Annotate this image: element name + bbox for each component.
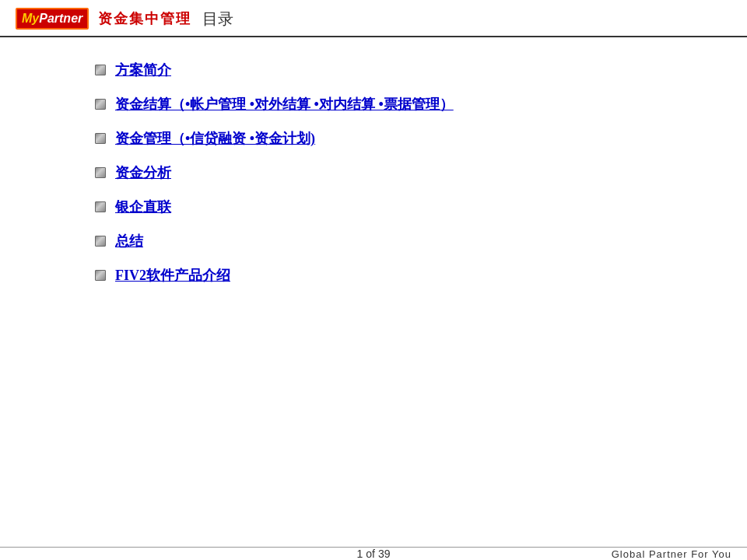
bullet-square-2 bbox=[95, 99, 106, 110]
bullet-square-4 bbox=[95, 167, 106, 178]
logo-text: MyPartner bbox=[22, 12, 82, 26]
bullet-square-6 bbox=[95, 236, 106, 247]
main-content: 方案简介资金结算（•帐户管理 •对外结算 •对内结算 •票据管理）资金管理（•信… bbox=[0, 37, 747, 316]
menu-link-4[interactable]: 资金分析 bbox=[115, 163, 171, 182]
menu-item-2: 资金结算（•帐户管理 •对外结算 •对内结算 •票据管理） bbox=[93, 95, 731, 114]
bullet-icon-5 bbox=[93, 200, 107, 214]
logo-partner: Partner bbox=[39, 12, 82, 25]
logo-my: My bbox=[22, 12, 39, 25]
menu-item-3: 资金管理（•信贷融资 •资金计划) bbox=[93, 129, 731, 148]
menu-item-6: 总结 bbox=[93, 232, 731, 250]
bullet-icon-2 bbox=[93, 97, 107, 111]
menu-item-4: 资金分析 bbox=[93, 163, 731, 182]
menu-link-5[interactable]: 银企直联 bbox=[115, 198, 171, 216]
bullet-icon-7 bbox=[93, 268, 107, 282]
logo: MyPartner bbox=[16, 8, 89, 30]
bullet-square-7 bbox=[95, 270, 106, 281]
footer: 1 of 39 Global Partner For You bbox=[0, 547, 747, 560]
menu-item-7: FIV2软件产品介绍 bbox=[93, 266, 731, 285]
bullet-square-1 bbox=[95, 65, 106, 75]
footer-brand: Global Partner For You bbox=[612, 548, 731, 560]
bullet-icon-6 bbox=[93, 234, 107, 248]
page-info: 1 of 39 bbox=[357, 548, 391, 560]
bullet-icon-1 bbox=[93, 63, 107, 77]
menu-link-3[interactable]: 资金管理（•信贷融资 •资金计划) bbox=[115, 129, 315, 148]
header: MyPartner 资金集中管理 目录 bbox=[0, 0, 747, 37]
bullet-square-5 bbox=[95, 201, 106, 212]
bullet-icon-3 bbox=[93, 131, 107, 145]
bullet-icon-4 bbox=[93, 166, 107, 180]
menu-item-1: 方案简介 bbox=[93, 61, 731, 79]
menu-link-1[interactable]: 方案简介 bbox=[115, 61, 171, 79]
menu-item-5: 银企直联 bbox=[93, 198, 731, 216]
bullet-square-3 bbox=[95, 133, 106, 144]
menu-link-7[interactable]: FIV2软件产品介绍 bbox=[115, 266, 230, 285]
page-current: 1 bbox=[357, 548, 363, 560]
header-title: 目录 bbox=[202, 9, 233, 30]
page-of: of 39 bbox=[366, 548, 390, 560]
header-subtitle: 资金集中管理 bbox=[98, 9, 191, 28]
menu-link-6[interactable]: 总结 bbox=[115, 232, 143, 250]
menu-link-2[interactable]: 资金结算（•帐户管理 •对外结算 •对内结算 •票据管理） bbox=[115, 95, 454, 114]
